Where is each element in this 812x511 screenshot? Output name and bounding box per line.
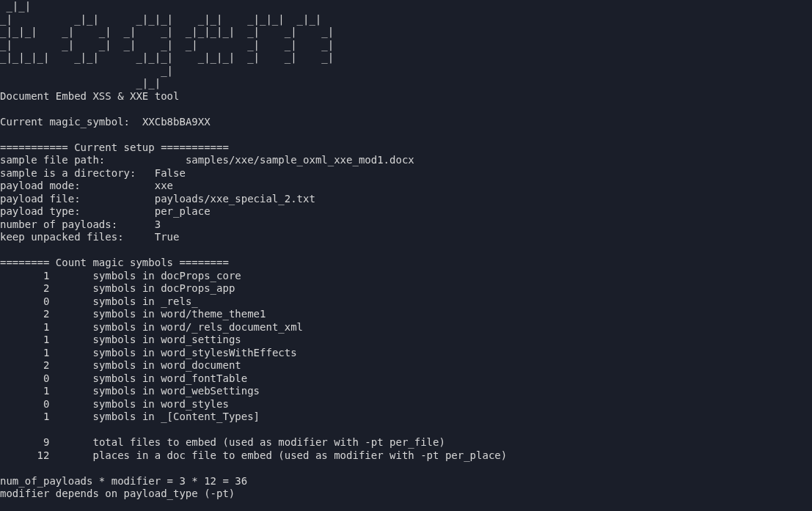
- count-text: symbols in word/_rels_document_xml: [92, 321, 303, 333]
- count-number: 1: [0, 321, 49, 333]
- count-text: symbols in docProps_core: [92, 270, 241, 282]
- total-row: 9 total files to embed (used as modifier…: [0, 436, 812, 449]
- setup-label: payload mode:: [0, 180, 155, 191]
- count-row: 2 symbols in word/theme_theme1: [0, 308, 812, 321]
- magic-symbol-value: XXCb8bBA9XX: [142, 116, 211, 128]
- total-row: 12 places in a doc file to embed (used a…: [0, 449, 812, 463]
- setup-value: payloads/xxe_special_2.txt: [155, 193, 315, 205]
- ascii-art-line: _| _|_| _|_|_| _|_| _|_|_| _|_|: [0, 13, 812, 26]
- count-row: 2 symbols in word_document: [0, 359, 812, 372]
- magic-symbol-label: Current magic_symbol:: [0, 116, 142, 128]
- setup-header: =========== Current setup ===========: [0, 141, 812, 155]
- ascii-art-line: _|_|: [0, 0, 812, 13]
- setup-row: number of payloads: 3: [0, 218, 812, 232]
- count-text: symbols in word_stylesWithEffects: [92, 347, 296, 359]
- count-row: 1 symbols in word_stylesWithEffects: [0, 347, 812, 360]
- count-number: 1: [0, 270, 49, 282]
- count-number: 0: [0, 398, 49, 410]
- total-number: 9: [0, 436, 49, 448]
- setup-value: samples/xxe/sample_oxml_xxe_mod1.docx: [186, 154, 414, 166]
- count-text: symbols in word_settings: [92, 334, 241, 345]
- subtitle: Document Embed XSS & XXE tool: [0, 90, 812, 103]
- count-row: 0 symbols in word_fontTable: [0, 372, 812, 386]
- count-text: symbols in word_document: [92, 359, 241, 371]
- count-number: 1: [0, 385, 49, 397]
- count-number: 2: [0, 308, 49, 320]
- count-text: symbols in _rels_: [92, 295, 197, 307]
- setup-row: keep unpacked files: True: [0, 231, 812, 244]
- blank-line: [0, 128, 812, 141]
- count-row: 1 symbols in docProps_core: [0, 270, 812, 283]
- setup-label: sample file path:: [0, 154, 186, 166]
- count-row: 2 symbols in docProps_app: [0, 282, 812, 295]
- count-number: 0: [0, 372, 49, 384]
- count-row: 1 symbols in _[Content_Types]: [0, 411, 812, 424]
- count-text: symbols in word_fontTable: [92, 372, 247, 384]
- setup-value: 3: [155, 218, 161, 230]
- setup-row: payload mode: xxe: [0, 180, 812, 193]
- total-text: places in a doc file to embed (used as m…: [92, 449, 507, 461]
- count-row: 1 symbols in word_webSettings: [0, 385, 812, 398]
- blank-line: [0, 462, 812, 475]
- setup-row: payload type: per_place: [0, 205, 812, 218]
- count-row: 1 symbols in word/_rels_document_xml: [0, 321, 812, 334]
- total-number: 12: [0, 449, 49, 461]
- setup-label: payload file:: [0, 193, 155, 205]
- setup-label: keep unpacked files:: [0, 231, 155, 243]
- setup-label: number of payloads:: [0, 218, 155, 230]
- count-row: 0 symbols in word_styles: [0, 398, 812, 411]
- setup-value: False: [155, 167, 186, 179]
- footer-note: modifier depends on payload_type (-pt): [0, 488, 812, 501]
- count-text: symbols in word/theme_theme1: [92, 308, 266, 320]
- setup-value: xxe: [155, 180, 173, 191]
- count-number: 2: [0, 359, 49, 371]
- count-number: 2: [0, 282, 49, 294]
- count-text: symbols in _[Content_Types]: [92, 411, 260, 422]
- setup-row: sample is a directory: False: [0, 167, 812, 180]
- count-number: 0: [0, 295, 49, 307]
- blank-line: [0, 424, 812, 437]
- count-number: 1: [0, 411, 49, 422]
- count-text: symbols in word_styles: [92, 398, 228, 410]
- setup-label: payload type:: [0, 205, 155, 217]
- setup-label: sample is a directory:: [0, 167, 155, 179]
- terminal-output: _|_| _| _|_| _|_|_| _|_| _|_|_| _|_| _|_…: [0, 0, 812, 501]
- total-text: total files to embed (used as modifier w…: [92, 436, 445, 448]
- count-text: symbols in docProps_app: [92, 282, 235, 294]
- footer-equation: num_of_payloads * modifier = 3 * 12 = 36: [0, 475, 812, 488]
- ascii-art-line: _|_|_| _| _| _| _| _|_|_|_| _| _| _|: [0, 26, 812, 39]
- setup-value: per_place: [155, 205, 211, 217]
- count-number: 1: [0, 347, 49, 359]
- setup-row: sample file path: samples/xxe/sample_oxm…: [0, 154, 812, 167]
- setup-value: True: [155, 231, 180, 243]
- count-row: 1 symbols in word_settings: [0, 334, 812, 347]
- ascii-art-line: _|_|: [0, 77, 812, 90]
- ascii-art-line: _|_|_|_| _|_| _|_|_| _|_|_| _| _| _|: [0, 51, 812, 65]
- ascii-art-line: _| _| _| _| _| _| _| _| _|: [0, 39, 812, 52]
- count-number: 1: [0, 334, 49, 345]
- count-row: 0 symbols in _rels_: [0, 295, 812, 309]
- blank-line: [0, 244, 812, 257]
- count-text: symbols in word_webSettings: [92, 385, 260, 397]
- ascii-art-line: _|: [0, 65, 812, 78]
- magic-symbol-line: Current magic_symbol: XXCb8bBA9XX: [0, 116, 812, 129]
- blank-line: [0, 103, 812, 116]
- count-header: ======== Count magic symbols ========: [0, 257, 812, 270]
- setup-row: payload file: payloads/xxe_special_2.txt: [0, 193, 812, 206]
